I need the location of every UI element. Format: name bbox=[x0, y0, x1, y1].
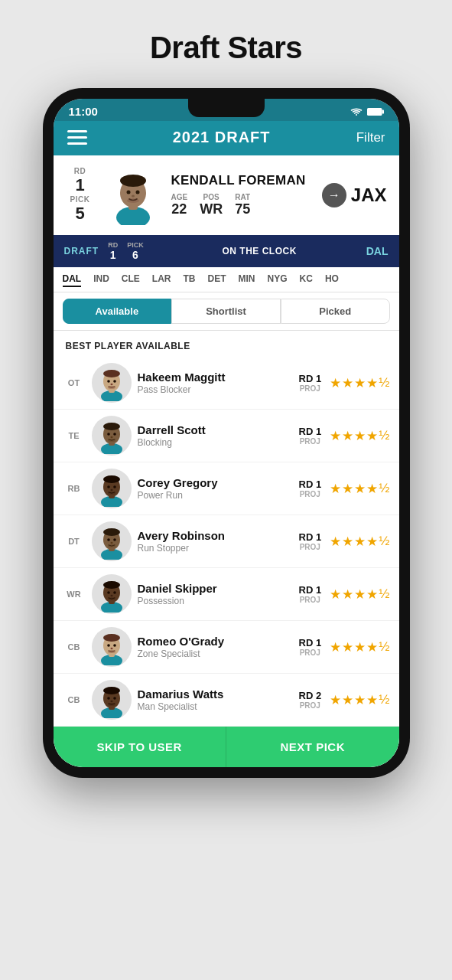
proj-col: RD 1 PROJ bbox=[296, 584, 324, 604]
svg-point-49 bbox=[108, 597, 115, 600]
team-tab-ho[interactable]: HO bbox=[325, 272, 339, 287]
team-tab-det[interactable]: DET bbox=[208, 272, 226, 287]
draft-bar-team: DAL bbox=[366, 245, 389, 257]
arrow-icon[interactable]: → bbox=[322, 183, 346, 207]
stars-col: ★★★★½ bbox=[330, 639, 389, 655]
svg-point-32 bbox=[110, 489, 112, 491]
player-details: Hakeem Maggitt Pass Blocker bbox=[138, 371, 291, 395]
player-avatar bbox=[92, 680, 132, 720]
player-details: Darrell Scott Blocking bbox=[138, 423, 291, 448]
proj-label: PROJ bbox=[300, 384, 320, 393]
team-tab-nyg[interactable]: NYG bbox=[268, 272, 288, 287]
proj-col: RD 1 PROJ bbox=[296, 479, 324, 498]
on-the-clock-label: ON THE CLOCK bbox=[153, 246, 366, 256]
player-style: Blocking bbox=[138, 437, 291, 448]
pick-value: 5 bbox=[75, 204, 84, 224]
player-details: Damarius Watts Man Specialist bbox=[138, 688, 291, 712]
player-avatar bbox=[92, 574, 132, 614]
rat-label: RAT bbox=[235, 193, 250, 201]
notch bbox=[188, 99, 265, 117]
svg-point-37 bbox=[103, 528, 120, 536]
age-value: 22 bbox=[171, 201, 187, 217]
svg-point-33 bbox=[108, 492, 115, 495]
proj-label: PROJ bbox=[300, 648, 320, 657]
next-pick-button[interactable]: NEXT PICK bbox=[226, 727, 399, 767]
player-avatar bbox=[92, 469, 132, 508]
filter-tabs: Available Shortlist Picked bbox=[54, 292, 399, 331]
svg-point-64 bbox=[110, 701, 112, 702]
phone-frame: 11:00 2021 DRAFT Filter bbox=[43, 88, 410, 778]
stars-col: ★★★★½ bbox=[330, 692, 389, 708]
proj-rd: RD 1 bbox=[299, 531, 322, 543]
draft-bar-pick-value: 6 bbox=[132, 249, 138, 261]
draft-bar-pick-label: PICK bbox=[127, 241, 144, 249]
player-style: Pass Blocker bbox=[138, 384, 291, 395]
filter-button[interactable]: Filter bbox=[356, 130, 385, 145]
position-badge: CB bbox=[63, 642, 86, 652]
player-name: Romeo O'Grady bbox=[138, 635, 291, 648]
header-title: 2021 DRAFT bbox=[173, 129, 271, 146]
svg-point-9 bbox=[127, 198, 139, 203]
svg-rect-1 bbox=[382, 109, 384, 113]
team-tab-lar[interactable]: LAR bbox=[152, 272, 171, 287]
hamburger-menu[interactable] bbox=[67, 130, 87, 145]
svg-point-53 bbox=[103, 634, 120, 642]
wifi-icon bbox=[350, 107, 363, 116]
status-time: 11:00 bbox=[69, 105, 98, 118]
team-tab-tb[interactable]: TB bbox=[184, 272, 196, 287]
svg-point-30 bbox=[107, 485, 110, 488]
proj-label: PROJ bbox=[300, 596, 320, 604]
player-name: Corey Gregory bbox=[138, 476, 291, 489]
team-tab-kc[interactable]: KC bbox=[300, 272, 313, 287]
player-avatar bbox=[92, 521, 132, 561]
skip-to-user-button[interactable]: SKIP TO USER bbox=[54, 727, 227, 767]
stars-col: ★★★★½ bbox=[330, 534, 389, 550]
player-row[interactable]: RB Corey Gregory Power Run RD 1 PROJ ★★★… bbox=[54, 462, 399, 515]
player-row[interactable]: CB Damarius Watts Man Specialist RD 2 PR… bbox=[54, 674, 399, 727]
svg-point-57 bbox=[108, 650, 115, 653]
svg-point-16 bbox=[110, 384, 112, 385]
stars-col: ★★★★½ bbox=[330, 481, 389, 497]
position-badge: CB bbox=[63, 695, 86, 704]
svg-point-21 bbox=[103, 423, 120, 430]
stars-col: ★★★★½ bbox=[330, 428, 389, 444]
player-style: Zone Specialist bbox=[138, 648, 291, 659]
player-name: Daniel Skipper bbox=[138, 582, 291, 595]
team-tab-ind[interactable]: IND bbox=[93, 272, 109, 287]
featured-player-avatar-svg bbox=[103, 165, 163, 225]
svg-point-8 bbox=[132, 195, 135, 198]
player-name: Damarius Watts bbox=[138, 688, 291, 701]
draft-bar-rd-label: RD bbox=[108, 241, 118, 249]
app-title: Draft Stars bbox=[150, 31, 302, 65]
svg-point-22 bbox=[107, 433, 110, 436]
battery-icon bbox=[367, 107, 384, 116]
stars-col: ★★★★½ bbox=[330, 586, 389, 603]
player-row[interactable]: TE Darrell Scott Blocking RD 1 PROJ ★★★★… bbox=[54, 410, 399, 462]
player-row[interactable]: CB Romeo O'Grady Zone Specialist RD 1 PR… bbox=[54, 621, 399, 674]
status-icons bbox=[350, 107, 384, 116]
filter-tab-shortlist[interactable]: Shortlist bbox=[171, 299, 281, 324]
featured-player-avatar bbox=[102, 165, 164, 226]
player-style: Possession bbox=[138, 596, 291, 606]
team-tab-cle[interactable]: CLE bbox=[122, 272, 140, 287]
svg-point-56 bbox=[110, 648, 112, 649]
position-badge: OT bbox=[63, 378, 86, 387]
svg-point-13 bbox=[103, 370, 120, 377]
svg-point-5 bbox=[120, 175, 146, 187]
player-row[interactable]: OT Hakeem Maggitt Pass Blocker RD 1 PROJ… bbox=[54, 357, 399, 410]
pos-label: POS bbox=[203, 193, 219, 201]
player-row[interactable]: DT Avery Robinson Run Stopper RD 1 PROJ … bbox=[54, 515, 399, 568]
team-tab-min[interactable]: MIN bbox=[239, 272, 255, 287]
proj-label: PROJ bbox=[300, 490, 320, 498]
svg-point-45 bbox=[103, 581, 120, 589]
svg-point-7 bbox=[135, 191, 139, 194]
age-label: AGE bbox=[171, 193, 188, 201]
svg-point-47 bbox=[113, 591, 116, 594]
pick-label: PICK bbox=[70, 195, 90, 204]
section-header: BEST PLAYER AVAILABLE bbox=[54, 331, 399, 357]
filter-tab-available[interactable]: Available bbox=[63, 299, 172, 324]
team-tab-dal[interactable]: DAL bbox=[63, 272, 82, 287]
filter-tab-picked[interactable]: Picked bbox=[281, 299, 390, 324]
player-row[interactable]: WR Daniel Skipper Possession RD 1 PROJ ★… bbox=[54, 568, 399, 621]
player-list: OT Hakeem Maggitt Pass Blocker RD 1 PROJ… bbox=[54, 357, 399, 727]
